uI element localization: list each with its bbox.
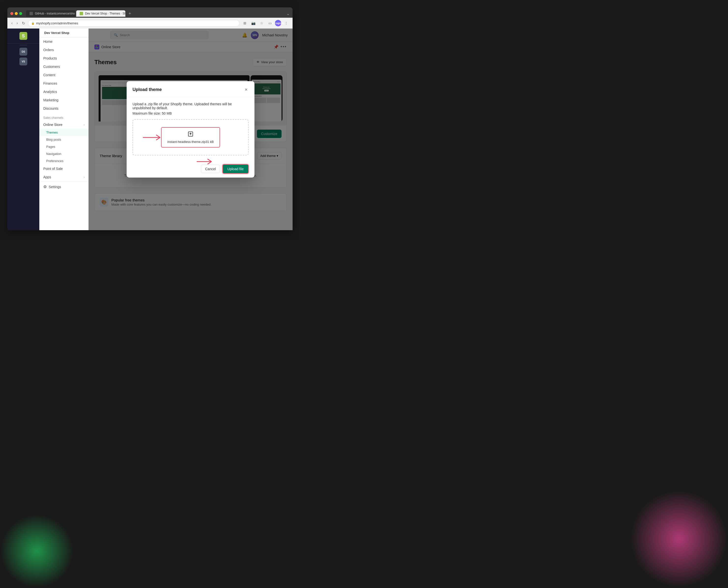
arrow-indicator (143, 134, 163, 141)
window-controls (10, 12, 22, 15)
address-bar[interactable]: 🔒 myshopify.com/admin/themes (28, 20, 239, 26)
upload-arrow-indicator (197, 158, 214, 165)
nav-sub-item-pages[interactable]: Pages (39, 143, 88, 150)
modal-footer: Cancel Upload file (127, 160, 255, 177)
upload-filename: instant-headless-theme.zip31 kB (167, 140, 214, 144)
close-window-button[interactable] (10, 12, 13, 15)
nav-item-point-of-sale[interactable]: Point of Sale (39, 165, 88, 173)
online-store-chevron: › (84, 123, 85, 126)
modal-body: Upload a .zip file of your Shopify theme… (127, 97, 255, 160)
tab-github[interactable]: GitHub - instantcommerce/sho × (26, 10, 75, 17)
nav-item-online-store[interactable]: Online Store › (39, 121, 88, 129)
more-options-button[interactable]: ⋮ (283, 20, 290, 26)
modal-header: Upload theme × (127, 81, 255, 97)
profile-avatar[interactable]: Incognito (275, 20, 281, 26)
nav-item-home[interactable]: Home (39, 37, 88, 46)
nav-sub-item-blog-posts[interactable]: Blog posts (39, 136, 88, 143)
sales-channels-label: Sales channels (39, 113, 88, 121)
top-header: Dev Vercel Shop (39, 28, 88, 37)
shopify-favicon (80, 12, 83, 15)
address-text: myshopify.com/admin/themes (36, 21, 236, 25)
store-name: Dev Vercel Shop (44, 31, 69, 35)
modal-close-button[interactable]: × (244, 86, 249, 93)
sidebar-avatar-vs[interactable]: VS (19, 58, 27, 65)
nav-icon-group: ⊞ 📷 ☆ ▭ Incognito ⋮ (241, 20, 290, 26)
back-button[interactable]: ‹ (10, 20, 14, 26)
tab-shopify-label: Dev Vercel Shop · Themes · Sh (85, 12, 125, 15)
cancel-button[interactable]: Cancel (201, 165, 220, 173)
bookmark-button[interactable]: ☆ (258, 20, 265, 26)
tab-github-label: GitHub - instantcommerce/sho (35, 12, 75, 15)
fullscreen-window-button[interactable] (19, 12, 22, 15)
slim-sidebar: S DS VS (7, 28, 39, 230)
upload-file-icon (188, 131, 193, 139)
nav-item-discounts[interactable]: Discounts (39, 104, 88, 113)
nav-item-finances[interactable]: Finances (39, 79, 88, 87)
modal-title: Upload theme (132, 87, 162, 92)
github-favicon (29, 12, 33, 15)
sidebar-avatar-vs-label: VS (22, 60, 25, 63)
settings-icon: ⚙ (43, 185, 47, 189)
minimize-window-button[interactable] (15, 12, 18, 15)
tab-expand-button[interactable]: ⌄ (286, 11, 290, 16)
shopify-logo-area: S (7, 28, 39, 44)
nav-sub-item-navigation[interactable]: Navigation (39, 150, 88, 158)
upload-theme-modal: Upload theme × Upload a .zip file of you… (127, 81, 255, 177)
tab-bar: GitHub - instantcommerce/sho × Dev Verce… (7, 7, 293, 18)
nav-item-apps[interactable]: Apps › (39, 173, 88, 181)
content-area: 🔍 Search 🔔 MN Michael Novotny 🏪 Online S… (88, 28, 293, 230)
nav-settings[interactable]: ⚙ Settings (39, 181, 88, 192)
nav-item-customers[interactable]: Customers (39, 62, 88, 71)
modal-file-size: Maximum file size: 50 MB (132, 111, 249, 115)
extensions-button[interactable]: ⊞ (241, 20, 248, 26)
sidebar-avatar-ds-label: DS (22, 50, 25, 53)
tab-shopify[interactable]: Dev Vercel Shop · Themes · Sh × (76, 10, 125, 17)
nav-item-marketing[interactable]: Marketing (39, 96, 88, 104)
reload-button[interactable]: ↻ (21, 20, 26, 26)
upload-file-button[interactable]: Upload file (222, 164, 249, 174)
sidebar-avatar-ds[interactable]: DS (19, 48, 27, 56)
nav-item-orders[interactable]: Orders (39, 46, 88, 54)
camera-off-icon[interactable]: 📷 (250, 20, 257, 26)
app-container: S DS VS Dev Vercel Shop Home Orders (7, 28, 293, 230)
online-store-label: Online Store (43, 123, 62, 127)
nav-item-analytics[interactable]: Analytics (39, 87, 88, 96)
shopify-logo[interactable]: S (19, 32, 27, 40)
modal-overlay[interactable]: Upload theme × Upload a .zip file of you… (88, 28, 293, 230)
shopify-logo-text: S (22, 34, 25, 39)
browser-window: GitHub - instantcommerce/sho × Dev Verce… (7, 7, 293, 230)
main-nav: Dev Vercel Shop Home Orders Products Cus… (39, 28, 88, 230)
nav-sub-item-preferences[interactable]: Preferences (39, 158, 88, 165)
modal-description: Upload a .zip file of your Shopify theme… (132, 102, 249, 110)
apps-chevron: › (84, 176, 85, 178)
upload-area-inner: instant-headless-theme.zip31 kB (161, 127, 220, 148)
nav-item-products[interactable]: Products (39, 54, 88, 62)
nav-bar: ‹ › ↻ 🔒 myshopify.com/admin/themes ⊞ 📷 ☆… (7, 18, 293, 28)
sidebar-divider-1 (20, 45, 27, 45)
nav-sub-item-themes[interactable]: Themes (39, 129, 88, 136)
forward-button[interactable]: › (16, 20, 19, 26)
profile-label: Incognito (272, 22, 284, 25)
nav-item-content[interactable]: Content (39, 71, 88, 79)
new-tab-button[interactable]: + (126, 10, 133, 17)
upload-area[interactable]: instant-headless-theme.zip31 kB (132, 119, 249, 155)
lock-icon: 🔒 (31, 22, 35, 25)
